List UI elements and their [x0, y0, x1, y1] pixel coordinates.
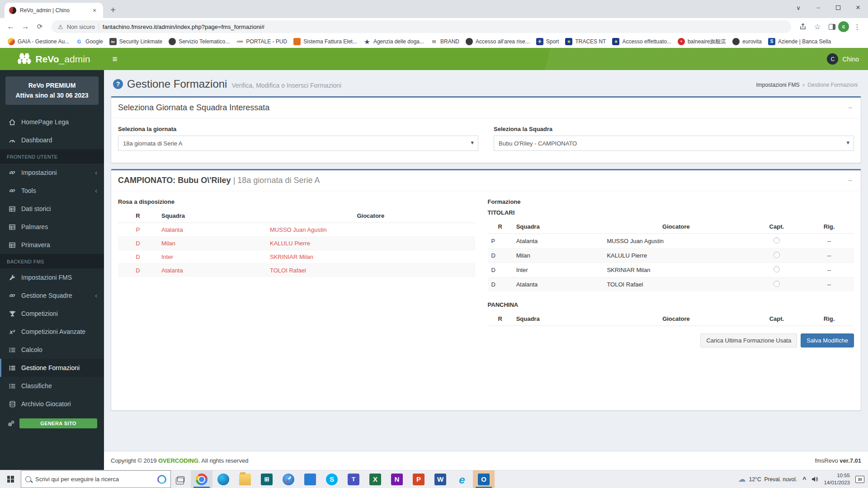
genera-sito-button[interactable]: GENERA SITO: [19, 418, 97, 428]
sidebar-item[interactable]: Palmares: [0, 218, 104, 236]
sidebar-item[interactable]: x² Competizioni Avanzate: [0, 323, 104, 341]
squadra-select[interactable]: Bubu O'Riley - CAMPIONATO: [494, 136, 854, 151]
sidebar-toggle-icon[interactable]: [104, 48, 126, 70]
bookmark-item[interactable]: ★ Accesso effettuato...: [609, 37, 675, 47]
bookmark-item[interactable]: ≋ BRAND: [427, 37, 462, 47]
sidebar-item[interactable]: Primavera: [0, 236, 104, 254]
volume-icon[interactable]: [811, 476, 818, 482]
giornata-select[interactable]: 18a giornata di Serie A: [118, 136, 478, 151]
maximize-button[interactable]: [828, 0, 848, 15]
hidden-icons-chevron[interactable]: [802, 476, 806, 483]
roster-role[interactable]: D: [118, 250, 158, 264]
bookmark-item[interactable]: Accesso all'area rise...: [462, 37, 533, 47]
bookmark-item[interactable]: Servizio Telematico...: [165, 37, 233, 47]
bookmark-item[interactable]: ADM PORTALE - PUD: [233, 37, 290, 47]
sidebar-item[interactable]: Dashboard: [0, 131, 104, 149]
file-explorer-icon[interactable]: [234, 470, 256, 488]
roster-role[interactable]: D: [118, 237, 158, 250]
app-grid-icon[interactable]: [299, 470, 321, 488]
roster-team[interactable]: Atalanta: [158, 223, 266, 237]
word-icon[interactable]: W: [429, 470, 451, 488]
roster-row[interactable]: D Milan KALULU Pierre: [118, 237, 475, 250]
overcoding-link[interactable]: OVERCODING: [158, 457, 198, 464]
bookmark-item[interactable]: • balneaire旗舰店: [675, 37, 729, 47]
action-center-icon[interactable]: 30: [855, 476, 864, 483]
share-icon[interactable]: [797, 20, 809, 33]
roster-team[interactable]: Milan: [158, 237, 266, 250]
taskbar-search[interactable]: Scrivi qui per eseguire la ricerca: [21, 470, 171, 488]
roster-role[interactable]: D: [118, 264, 158, 277]
app-logo[interactable]: ReVo_admin: [0, 48, 104, 70]
bookmark-item[interactable]: eurovita: [729, 37, 765, 47]
browser-profile-avatar[interactable]: c: [838, 21, 849, 32]
browser-menu-icon[interactable]: [851, 20, 863, 33]
excel-icon[interactable]: X: [364, 470, 386, 488]
roster-role[interactable]: P: [118, 223, 158, 237]
bookmark-item[interactable]: G Google: [72, 37, 106, 47]
sidebar-item[interactable]: Archivio Giocatori: [0, 395, 104, 413]
load-last-formation-button[interactable]: Carica Ultima Formazione Usata: [700, 333, 797, 347]
sidebar-item[interactable]: Gestione Formazioni: [0, 359, 104, 377]
captain-radio[interactable]: [774, 237, 780, 244]
powerpoint-icon[interactable]: P: [408, 470, 429, 488]
bookmark-item[interactable]: GAIA - Gestione Au...: [5, 37, 72, 47]
breadcrumb-link[interactable]: Impostazioni FMS: [756, 82, 799, 88]
cortana-icon[interactable]: [157, 475, 166, 484]
roster-team[interactable]: Atalanta: [158, 264, 266, 277]
tab-search-icon[interactable]: [788, 0, 808, 15]
bookmark-item[interactable]: ★ Agenzia delle doga...: [360, 37, 427, 47]
taskbar-clock[interactable]: 10:55 14/01/2023: [824, 472, 850, 486]
outlook-icon[interactable]: O: [473, 470, 495, 488]
bookmark-item[interactable]: S Aziende | Banca Sella: [765, 37, 834, 47]
roster-row[interactable]: P Atalanta MUSSO Juan Agustin: [118, 223, 475, 237]
not-secure-icon[interactable]: [58, 23, 63, 30]
bookmark-item[interactable]: ★ TRACES NT: [562, 37, 609, 47]
bookmark-item[interactable]: Sistema Fattura Elet...: [290, 37, 360, 47]
forward-button[interactable]: [19, 20, 32, 33]
bookmark-star-icon[interactable]: [811, 20, 824, 33]
roster-row[interactable]: D Inter SKRINIAR Milan: [118, 250, 475, 264]
tab-close-icon[interactable]: [90, 6, 99, 14]
roster-player-link[interactable]: MUSSO Juan Agustin: [266, 223, 475, 237]
close-window-button[interactable]: [848, 0, 868, 15]
skype-icon[interactable]: S: [321, 470, 343, 488]
collapse-icon[interactable]: [846, 177, 854, 185]
teams-icon[interactable]: T: [343, 470, 364, 488]
sidebar-item[interactable]: Impostazioni FMS: [0, 268, 104, 286]
side-panel-icon[interactable]: [826, 20, 838, 33]
sidebar-item[interactable]: Calcolo: [0, 341, 104, 359]
roster-player-link[interactable]: KALULU Pierre: [266, 237, 475, 250]
weather-widget[interactable]: 12°C Preval. nuvol.: [738, 475, 797, 483]
internet-explorer-icon[interactable]: e: [451, 470, 473, 488]
new-tab-button[interactable]: [107, 4, 119, 16]
roster-player-link[interactable]: TOLOI Rafael: [266, 264, 475, 277]
header-user-menu[interactable]: C Chino: [818, 48, 868, 70]
sidebar-item[interactable]: Dati storici: [0, 200, 104, 218]
reload-button[interactable]: [33, 20, 46, 33]
edge-icon[interactable]: [212, 470, 234, 488]
sidebar-item[interactable]: Gestione Squadre ‹: [0, 286, 104, 305]
captain-radio[interactable]: [774, 266, 780, 272]
onenote-icon[interactable]: N: [386, 470, 408, 488]
start-button[interactable]: [0, 470, 21, 488]
chrome-icon[interactable]: [191, 470, 212, 488]
sidebar-item[interactable]: Competizioni: [0, 305, 104, 323]
compass-browser-icon[interactable]: [278, 470, 299, 488]
bookmark-item[interactable]: ✚ Sport: [533, 37, 562, 47]
address-bar[interactable]: Non sicuro fantachino.fmsrevo.it/admin/i…: [52, 20, 791, 33]
roster-row[interactable]: D Atalanta TOLOI Rafael: [118, 264, 475, 277]
captain-radio[interactable]: [774, 252, 780, 258]
collapse-icon[interactable]: [846, 104, 854, 112]
sidebar-item[interactable]: Tools ‹: [0, 182, 104, 200]
save-changes-button[interactable]: Salva Modifiche: [801, 333, 854, 347]
bookmark-item[interactable]: lm Security Linkmate: [106, 37, 165, 47]
browser-tab[interactable]: ReVo_admin | Chino: [5, 3, 103, 18]
captain-radio[interactable]: [774, 281, 780, 287]
sidebar-item[interactable]: Impostazioni ‹: [0, 164, 104, 182]
help-icon[interactable]: [113, 79, 123, 89]
minimize-button[interactable]: [808, 0, 828, 15]
task-view-button[interactable]: [171, 470, 191, 488]
sidebar-item[interactable]: HomePage Lega: [0, 113, 104, 131]
roster-player-link[interactable]: SKRINIAR Milan: [266, 250, 475, 264]
roster-team[interactable]: Inter: [158, 250, 266, 264]
